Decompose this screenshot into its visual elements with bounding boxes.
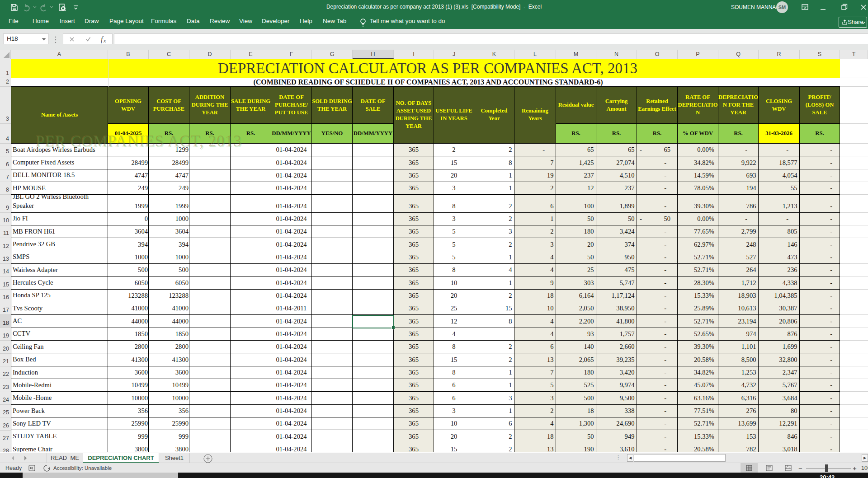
svg-text:x: x [103, 37, 106, 44]
